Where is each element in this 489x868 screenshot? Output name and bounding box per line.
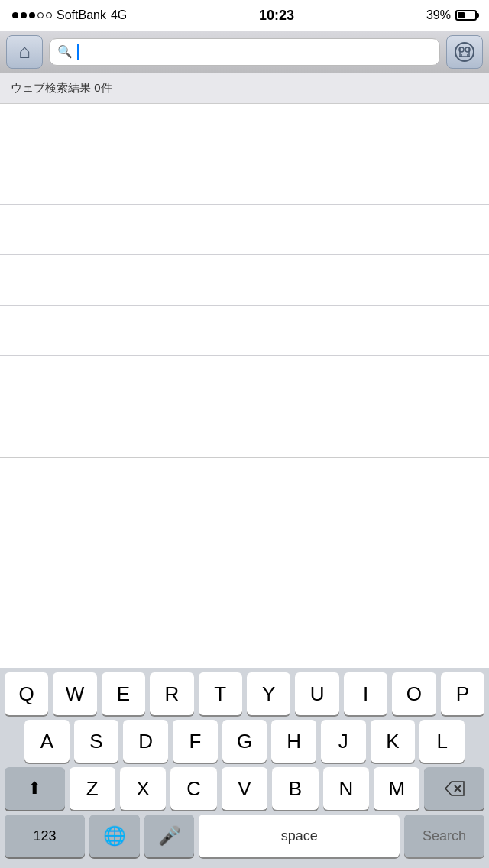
key-f[interactable]: F [173,720,218,763]
key-z[interactable]: Z [70,767,115,810]
key-s[interactable]: S [74,720,119,763]
key-g[interactable]: G [222,720,267,763]
shift-key[interactable]: ⬆ [5,767,65,810]
svg-point-0 [455,43,474,61]
status-bar: SoftBank 4G 10:23 39% [0,0,489,31]
battery-percentage: 39% [426,8,451,22]
result-row-7 [0,406,489,457]
key-a[interactable]: A [24,720,70,763]
result-row-3 [0,205,489,255]
network-type: 4G [111,8,127,22]
key-i[interactable]: I [344,672,387,715]
keyboard: Q W E R T Y U I O P A S D F G H J K L ⬆ … [0,668,489,868]
key-r[interactable]: R [150,672,193,715]
result-row-2 [0,154,489,205]
dot4 [37,12,44,18]
key-t[interactable]: T [199,672,242,715]
key-o[interactable]: O [392,672,436,715]
key-w[interactable]: W [53,672,96,715]
key-d[interactable]: D [123,720,168,763]
mic-key[interactable]: 🎤 [144,815,195,857]
search-icon: 🔍 [57,44,73,59]
battery-fill [458,12,465,18]
status-time: 10:23 [259,8,294,24]
key-c[interactable]: C [170,767,216,810]
keyboard-row-2: A S D F G H J K L [0,720,489,763]
numbers-key[interactable]: 123 [5,815,85,857]
navigation-bar: ⌂ 🔍 [0,31,489,73]
home-button[interactable]: ⌂ [6,35,43,69]
key-k[interactable]: K [371,720,416,763]
signal-dots [12,12,52,18]
keyboard-row-3: ⬆ Z X C V B N M [0,767,489,810]
key-j[interactable]: J [321,720,366,763]
key-h[interactable]: H [271,720,316,763]
status-left: SoftBank 4G [12,8,127,22]
result-row-6 [0,356,489,406]
carrier-name: SoftBank [57,8,106,22]
result-row-5 [0,306,489,356]
keyboard-row-1: Q W E R T Y U I O P [0,672,489,715]
key-p[interactable]: P [441,672,484,715]
dot2 [21,12,27,18]
key-e[interactable]: E [102,672,145,715]
result-row-1 [0,104,489,154]
search-input-area[interactable] [77,44,79,60]
key-m[interactable]: M [374,767,419,810]
key-b[interactable]: B [272,767,318,810]
text-cursor [77,44,79,60]
key-n[interactable]: N [323,767,369,810]
key-q[interactable]: Q [5,672,48,715]
results-area: ウェブ検索結果 0件 [0,73,489,458]
battery-icon [455,10,477,21]
key-v[interactable]: V [222,767,267,810]
results-header: ウェブ検索結果 0件 [0,73,489,104]
search-bar[interactable]: 🔍 [49,38,440,66]
key-x[interactable]: X [120,767,166,810]
dot5 [46,12,52,18]
status-right: 39% [426,8,477,22]
bookmarks-icon [453,40,476,63]
shift-icon: ⬆ [28,779,41,798]
space-key[interactable]: space [199,815,400,857]
delete-icon [444,780,465,797]
keyboard-row-bottom: 123 🌐 🎤 space Search [0,815,489,863]
dot1 [12,12,18,18]
dot3 [29,12,35,18]
home-icon: ⌂ [18,40,31,63]
bookmarks-button[interactable] [446,35,483,69]
result-row-4 [0,255,489,306]
search-key[interactable]: Search [404,815,484,857]
key-u[interactable]: U [295,672,338,715]
key-y[interactable]: Y [247,672,290,715]
globe-key[interactable]: 🌐 [89,815,140,857]
key-l[interactable]: L [419,720,465,763]
delete-key[interactable] [424,767,484,810]
